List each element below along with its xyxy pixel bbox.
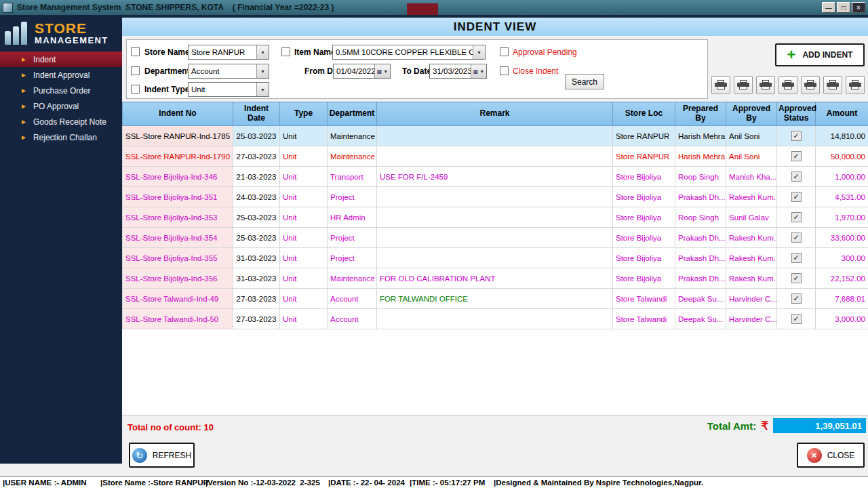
col-header-approved-by[interactable]: Approved By — [726, 102, 777, 126]
cell-indent-date: 25-03-2023 — [233, 207, 280, 228]
print-button-3[interactable] — [756, 76, 775, 94]
approved-checkbox[interactable]: ✓ — [791, 192, 802, 202]
approved-checkbox[interactable]: ✓ — [791, 314, 802, 324]
item-name-checkbox[interactable] — [281, 47, 290, 56]
department-select[interactable]: Account — [188, 64, 269, 79]
print-button-1[interactable] — [711, 76, 730, 94]
approved-checkbox[interactable]: ✓ — [791, 151, 802, 161]
chevron-down-icon[interactable] — [256, 83, 269, 96]
chevron-down-icon[interactable] — [256, 45, 269, 59]
table-row[interactable]: SSL-Store RANPUR-Ind-179027-03-2023UnitM… — [123, 146, 868, 167]
table-row[interactable]: SSL-Store Bijoliya-Ind-35531-03-2023Unit… — [123, 248, 868, 268]
sidebar-item-label: Purchase Order — [33, 86, 91, 96]
print-button-5[interactable] — [801, 76, 820, 94]
table-header-row: Indent No Indent Date Type Department Re… — [123, 102, 868, 126]
cell-remark: USE FOR F/L-2459 — [377, 167, 613, 187]
indent-type-label: Indent Type — [144, 85, 189, 94]
table-row[interactable]: SSL-Store Bijoliya-Ind-34621-03-2023Unit… — [123, 167, 868, 187]
department-checkbox[interactable] — [131, 66, 140, 75]
col-header-indent-no[interactable]: Indent No — [123, 102, 233, 126]
cell-approved-by: Sunil Galav — [726, 207, 777, 228]
col-header-remark[interactable]: Remark — [377, 102, 613, 126]
col-header-prepared-by[interactable]: Prepared By — [675, 102, 726, 126]
print-button-4[interactable] — [778, 76, 797, 94]
col-header-store-loc[interactable]: Store Loc — [613, 102, 675, 126]
cell-indent-no: SSL-Store Bijoliya-Ind-355 — [123, 248, 233, 268]
search-button[interactable]: Search — [565, 74, 604, 89]
sidebar-item-po-approval[interactable]: ►PO Approval — [0, 98, 122, 114]
cell-remark — [377, 207, 613, 228]
cell-prepared-by: Prakash Dh... — [675, 228, 726, 248]
sidebar-item-indent-approval[interactable]: ►Indent Approval — [0, 67, 122, 83]
cell-type: Unit — [280, 289, 328, 309]
sidebar-item-indent[interactable]: ►Indent — [0, 52, 122, 67]
sidebar-item-goods-receipt-note[interactable]: ►Goods Receipt Note — [0, 114, 122, 129]
item-name-select[interactable]: 0.5MM 10CORE COPPER FLEXIBLE CA — [332, 45, 486, 60]
print-button-7[interactable] — [846, 76, 865, 94]
col-header-indent-date[interactable]: Indent Date — [233, 102, 280, 126]
cell-store-loc: Store Talwandi — [613, 289, 675, 309]
window-titlebar[interactable]: Store Management System STONE SHIPPERS, … — [0, 0, 868, 15]
approved-checkbox[interactable]: ✓ — [791, 131, 802, 141]
col-header-approved-status[interactable]: Approved Status — [777, 102, 816, 126]
approved-checkbox[interactable]: ✓ — [791, 232, 802, 243]
close-window-button[interactable]: × — [852, 2, 865, 13]
calendar-dropdown-icon[interactable] — [374, 64, 390, 78]
refresh-button[interactable]: REFRESH — [129, 443, 195, 468]
store-name-checkbox[interactable] — [131, 47, 140, 56]
col-header-amount[interactable]: Amount — [816, 102, 868, 126]
cell-prepared-by: Harish Mehra — [675, 126, 726, 146]
cell-remark — [377, 228, 613, 248]
cell-approved-status: ✓ — [777, 309, 816, 329]
minimize-button[interactable]: — — [822, 2, 835, 13]
cell-department: Account — [328, 289, 377, 309]
store-name-select[interactable]: Store RANPUR — [188, 45, 269, 60]
add-indent-button[interactable]: ADD INDENT — [775, 43, 865, 66]
print-button-2[interactable] — [734, 76, 753, 94]
calendar-dropdown-icon[interactable] — [471, 64, 486, 78]
indent-table-body: SSL-Store RANPUR-Ind-178525-03-2023UnitM… — [123, 126, 868, 329]
cell-amount: 1,000.00 — [816, 167, 868, 187]
table-row[interactable]: SSL-Store RANPUR-Ind-178525-03-2023UnitM… — [123, 126, 868, 146]
indent-type-select[interactable]: Unit — [188, 82, 269, 97]
cell-prepared-by: Deepak Su... — [675, 289, 726, 309]
chevron-down-icon[interactable] — [256, 64, 269, 78]
indent-type-checkbox[interactable] — [131, 85, 140, 94]
sidebar-item-rejection-challan[interactable]: ►Rejection Challan — [0, 129, 122, 145]
status-user: |USER NAME :- ADMIN — [3, 479, 87, 487]
cell-indent-no: SSL-Store Bijoliya-Ind-354 — [123, 228, 233, 248]
sidebar-item-purchase-order[interactable]: ►Purchase Order — [0, 83, 122, 98]
cell-prepared-by: Roop Singh — [675, 167, 726, 187]
approval-pending-checkbox[interactable] — [500, 47, 509, 56]
chevron-down-icon[interactable] — [473, 45, 485, 59]
approved-checkbox[interactable]: ✓ — [791, 212, 802, 222]
from-date-picker[interactable]: 01/04/2022 — [333, 64, 391, 79]
cell-store-loc: Store Bijoliya — [613, 228, 675, 248]
close-indent-checkbox[interactable] — [500, 66, 509, 75]
close-button[interactable]: CLOSE — [797, 443, 865, 468]
table-row[interactable]: SSL-Store Talwandi-Ind-4927-03-2023UnitA… — [123, 289, 868, 309]
table-row[interactable]: SSL-Store Bijoliya-Ind-35124-03-2023Unit… — [123, 187, 868, 207]
col-header-type[interactable]: Type — [280, 102, 328, 126]
cell-amount: 3,000.00 — [816, 309, 868, 329]
cell-type: Unit — [280, 146, 328, 167]
approved-checkbox[interactable]: ✓ — [791, 273, 802, 283]
cell-approved-by: Harvinder C... — [726, 289, 777, 309]
print-button-6[interactable] — [823, 76, 842, 94]
table-row[interactable]: SSL-Store Bijoliya-Ind-35631-03-2023Unit… — [123, 268, 868, 289]
add-indent-label: ADD INDENT — [802, 50, 852, 60]
approved-checkbox[interactable]: ✓ — [791, 293, 802, 304]
approved-checkbox[interactable]: ✓ — [791, 171, 802, 182]
cell-store-loc: Store Bijoliya — [613, 268, 675, 289]
to-date-picker[interactable]: 31/03/2023 — [429, 64, 487, 79]
table-row[interactable]: SSL-Store Bijoliya-Ind-35325-03-2023Unit… — [123, 207, 868, 228]
cell-department: Maintenance — [328, 268, 377, 289]
col-header-department[interactable]: Department — [328, 102, 377, 126]
printer-icon — [849, 80, 861, 90]
arrow-icon: ► — [20, 102, 27, 110]
restore-button[interactable]: □ — [837, 2, 850, 13]
table-row[interactable]: SSL-Store Bijoliya-Ind-35425-03-2023Unit… — [123, 228, 868, 248]
cell-prepared-by: Prakash Dh... — [675, 248, 726, 268]
table-row[interactable]: SSL-Store Talwandi-Ind-5027-03-2023UnitA… — [123, 309, 868, 329]
approved-checkbox[interactable]: ✓ — [791, 253, 802, 263]
